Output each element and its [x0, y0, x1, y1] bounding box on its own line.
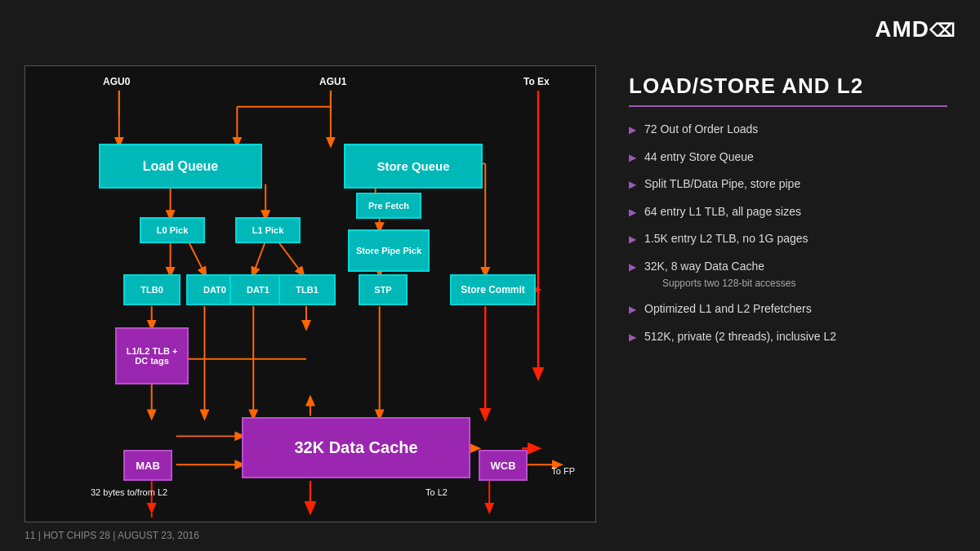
info-list: ▶ 72 Out of Order Loads ▶ 44 entry Store…: [629, 122, 947, 345]
bytes-l2-label: 32 bytes to/from L2: [91, 487, 167, 497]
diagram-area: AGU0 AGU1 To Ex Load Queue Store Queue L…: [24, 65, 596, 522]
bullet-7: ▶: [629, 331, 636, 344]
data-cache-box: 32K Data Cache: [242, 417, 470, 478]
footer-page: 11: [24, 530, 35, 541]
list-text-2: Split TLB/Data Pipe, store pipe: [644, 176, 800, 193]
list-item-1: ▶ 44 entry Store Queue: [629, 149, 947, 166]
list-item-4: ▶ 1.5K entry L2 TLB, no 1G pages: [629, 231, 947, 247]
to-l2-label: To L2: [425, 487, 448, 497]
bullet-5: ▶: [629, 260, 636, 274]
list-text-5: 32K, 8 way Data Cache Supports two 128-b…: [644, 259, 795, 290]
list-text-1: 44 entry Store Queue: [644, 149, 754, 166]
list-item-7: ▶ 512K, private (2 threads), inclusive L…: [629, 329, 947, 345]
l0-pick-box: L0 Pick: [140, 217, 205, 243]
footer-event: HOT CHIPS 28: [43, 530, 110, 541]
to-ex-label: To Ex: [523, 76, 550, 87]
bullet-3: ▶: [629, 206, 636, 220]
store-commit-box: Store Commit: [450, 274, 536, 305]
pre-fetch-box: Pre Fetch: [356, 193, 421, 219]
list-text-4: 1.5K entry L2 TLB, no 1G pages: [644, 231, 808, 247]
list-item-3: ▶ 64 entry L1 TLB, all page sizes: [629, 204, 947, 220]
tlb0-box: TLB0: [123, 274, 180, 305]
l1-pick-box: L1 Pick: [235, 217, 301, 243]
footer: 11 | HOT CHIPS 28 | AUGUST 23, 2016: [24, 530, 199, 541]
list-text-3: 64 entry L1 TLB, all page sizes: [644, 204, 801, 220]
info-title: LOAD/STORE AND L2: [629, 73, 947, 107]
bullet-4: ▶: [629, 233, 636, 247]
bullet-1: ▶: [629, 151, 636, 165]
agu0-label: AGU0: [103, 76, 130, 87]
svg-line-12: [278, 241, 302, 273]
tlb1-box: TLB1: [278, 274, 336, 305]
mab-box: MAB: [123, 450, 172, 481]
svg-line-11: [253, 241, 265, 273]
list-item-6: ▶ Optimized L1 and L2 Prefetchers: [629, 301, 947, 318]
footer-date: AUGUST 23, 2016: [118, 530, 199, 541]
list-text-6: Optimized L1 and L2 Prefetchers: [644, 301, 812, 318]
svg-line-10: [189, 241, 205, 273]
to-fp-label: To FP: [551, 466, 575, 476]
store-queue-box: Store Queue: [344, 144, 483, 189]
bullet-0: ▶: [629, 123, 636, 137]
amd-logo: AMD⌫: [875, 16, 956, 42]
list-item-2: ▶ Split TLB/Data Pipe, store pipe: [629, 176, 947, 193]
list-item-5: ▶ 32K, 8 way Data Cache Supports two 128…: [629, 259, 947, 290]
store-pipe-pick-box: Store Pipe Pick: [348, 229, 430, 272]
agu1-label: AGU1: [319, 76, 346, 87]
bullet-6: ▶: [629, 303, 636, 317]
list-text-0: 72 Out of Order Loads: [644, 122, 758, 138]
bullet-2: ▶: [629, 178, 636, 192]
info-area: LOAD/STORE AND L2 ▶ 72 Out of Order Load…: [612, 65, 964, 365]
list-text-7: 512K, private (2 threads), inclusive L2: [644, 329, 836, 345]
load-queue-box: Load Queue: [99, 144, 262, 189]
wcb-box: WCB: [479, 450, 528, 481]
list-item-0: ▶ 72 Out of Order Loads: [629, 122, 947, 138]
stp-box: STP: [359, 274, 408, 305]
l1l2-tlb-box: L1/L2 TLB + DC tags: [115, 327, 189, 384]
